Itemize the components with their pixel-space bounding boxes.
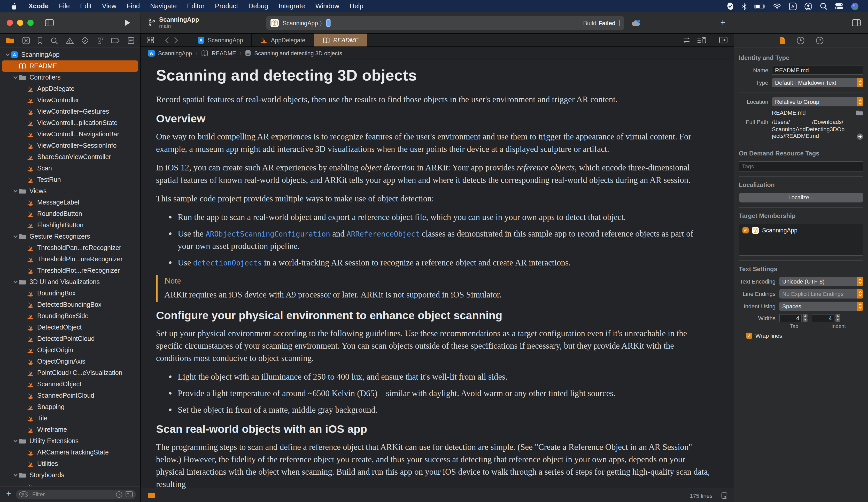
tree-row-boundingbox[interactable]: BoundingBox: [2, 288, 138, 299]
bluetooth-icon[interactable]: [742, 2, 747, 10]
filter-scope-icon[interactable]: [125, 491, 133, 497]
tree-row-messagelabel[interactable]: MessageLabel: [2, 197, 138, 208]
control-center-icon[interactable]: [835, 3, 843, 9]
recent-filter-icon[interactable]: [116, 491, 123, 498]
indent-width-stepper[interactable]: ▲▼: [812, 314, 840, 322]
wifi-icon[interactable]: [773, 3, 781, 9]
tree-row-detectedboundingbox[interactable]: DetectedBoundingBox: [2, 299, 138, 311]
tree-row-snapping[interactable]: Snapping: [2, 401, 138, 412]
tree-row[interactable]: [2, 481, 138, 486]
tree-row-wireframe[interactable]: Wireframe: [2, 424, 138, 435]
chev-down-icon[interactable]: [5, 52, 10, 57]
editor-options-icon[interactable]: [697, 37, 706, 43]
help-inspector-icon[interactable]: ?: [816, 36, 823, 44]
tree-row-boundingboxside[interactable]: BoundingBoxSide: [2, 311, 138, 322]
menu-help[interactable]: Help: [344, 2, 369, 10]
nav-tab-issue-navigator[interactable]: [65, 37, 74, 44]
user-account-icon[interactable]: [805, 2, 812, 10]
indent-width-field[interactable]: [812, 314, 834, 322]
source-control-summary[interactable]: ScanningApp main: [148, 16, 199, 29]
cloud-status-icon[interactable]: [631, 19, 641, 26]
tree-row-thresholdpin-urerecognizer[interactable]: ThresholdPin...ureRecognizer: [2, 253, 138, 265]
tree-row-scanningapp[interactable]: AScanningApp: [2, 49, 138, 61]
tree-row-viewcontroll-navigationbar[interactable]: ViewControll...NavigationBar: [2, 129, 138, 140]
tree-row-pointcloud-c-evisualization[interactable]: PointCloud+C...eVisualization: [2, 367, 138, 379]
target-checkbox[interactable]: ✓: [743, 227, 749, 233]
menu-debug[interactable]: Debug: [243, 2, 273, 10]
code-link[interactable]: ARObjectScanningConfiguration: [206, 230, 330, 238]
nav-tab-project-navigator[interactable]: [6, 37, 14, 44]
menu-xcode[interactable]: Xcode: [23, 2, 54, 10]
target-membership-row[interactable]: ✓ ScanningApp: [743, 227, 860, 234]
menu-window[interactable]: Window: [310, 2, 344, 10]
breadcrumb-item[interactable]: ScanningApp: [158, 50, 192, 56]
chev-down-icon[interactable]: [13, 75, 18, 80]
toggle-inspector-icon[interactable]: [852, 19, 861, 26]
nav-tab-source-control-navigator[interactable]: [22, 36, 30, 44]
tree-row-controllers[interactable]: Controllers: [2, 72, 138, 83]
chev-down-icon[interactable]: [13, 439, 18, 443]
text-encoding-dropdown[interactable]: Unicode (UTF-8): [779, 276, 863, 286]
tree-row-testrun[interactable]: TestRun: [2, 174, 138, 185]
add-file-button[interactable]: +: [6, 489, 11, 499]
tree-row-scannedpointcloud[interactable]: ScannedPointCloud: [2, 390, 138, 401]
tree-row-arcameratrackingstate[interactable]: ARCameraTrackingState: [2, 447, 138, 458]
tree-row-viewcontroller-gestures[interactable]: ViewController+Gestures: [2, 106, 138, 117]
tree-row-viewcontroller[interactable]: ViewController: [2, 94, 138, 106]
code-link[interactable]: ARReferenceObject: [347, 230, 420, 238]
tree-row-readme[interactable]: README: [2, 61, 138, 72]
file-inspector-icon[interactable]: [779, 36, 785, 44]
tree-row-thresholdpan-rerecognizer[interactable]: ThresholdPan...reRecognizer: [2, 242, 138, 253]
nav-tab-bookmark-navigator[interactable]: [38, 36, 43, 44]
menu-edit[interactable]: Edit: [75, 2, 97, 10]
tree-row-views[interactable]: Views: [2, 185, 138, 197]
menu-find[interactable]: Find: [122, 2, 145, 10]
forward-chevron-icon[interactable]: [174, 37, 178, 43]
mini-stepper-icon[interactable]: ▲▼: [803, 314, 807, 322]
location-dropdown[interactable]: Relative to Group: [772, 97, 863, 106]
chev-down-icon[interactable]: [13, 472, 18, 478]
menu-product[interactable]: Product: [210, 2, 243, 10]
tab-width-stepper[interactable]: ▲▼: [779, 314, 807, 322]
choose-location-folder-icon[interactable]: [856, 110, 863, 115]
minimize-window-button[interactable]: [17, 20, 23, 26]
tree-row-thresholdrot-rerecognizer[interactable]: ThresholdRot...reRecognizer: [2, 265, 138, 276]
nav-tab-test-navigator[interactable]: [81, 36, 89, 44]
nav-tab-debug-navigator[interactable]: [96, 36, 104, 44]
check-pill-icon[interactable]: [726, 2, 734, 10]
tree-row-objectoriginaxis[interactable]: ObjectOriginAxis: [2, 356, 138, 367]
line-endings-dropdown[interactable]: No Explicit Line Endings: [779, 289, 863, 298]
tree-row-appdelegate[interactable]: AppDelegate: [2, 83, 138, 94]
chev-down-icon[interactable]: [13, 280, 18, 284]
tree-row-roundedbutton[interactable]: RoundedButton: [2, 208, 138, 220]
tree-row-utilities[interactable]: Utilities: [2, 458, 138, 470]
tab-width-field[interactable]: [779, 314, 802, 322]
code-link[interactable]: detectionObjects: [193, 259, 262, 267]
tree-row-gesture-recognizers[interactable]: Gesture Recognizers: [2, 231, 138, 242]
tree-row-viewcontroller-sessioninfo[interactable]: ViewController+SessionInfo: [2, 140, 138, 151]
tree-row-3d-ui-and-visualizations[interactable]: 3D UI and Visualizations: [2, 276, 138, 288]
type-dropdown[interactable]: Default - Markdown Text: [772, 78, 863, 87]
tree-row-detectedobject[interactable]: DetectedObject: [2, 322, 138, 333]
open-path-arrow-icon[interactable]: [857, 133, 863, 140]
menu-integrate[interactable]: Integrate: [273, 2, 310, 10]
related-items-icon[interactable]: [147, 36, 154, 43]
tree-row-sharescanviewcontroller[interactable]: ShareScanViewController: [2, 151, 138, 163]
menu-navigate[interactable]: Navigate: [145, 2, 182, 10]
nav-tab-find-navigator[interactable]: [51, 37, 58, 44]
breadcrumb-item[interactable]: README: [212, 50, 236, 56]
spotlight-icon[interactable]: [820, 3, 827, 10]
wrap-lines-row[interactable]: ✓ Wrap lines: [746, 332, 863, 338]
history-inspector-icon[interactable]: [796, 36, 804, 44]
tree-row-tile[interactable]: Tile: [2, 412, 138, 424]
menu-view[interactable]: View: [97, 2, 122, 10]
close-window-button[interactable]: [7, 20, 13, 26]
nav-tab-breakpoint-navigator[interactable]: [111, 38, 120, 43]
mini-stepper-icon[interactable]: ▲▼: [836, 314, 840, 322]
zoom-window-button[interactable]: [28, 20, 34, 26]
swap-editor-icon[interactable]: [683, 37, 691, 43]
toggle-navigator-icon[interactable]: [45, 19, 54, 26]
editor-tab-scanningapp[interactable]: AScanningApp: [189, 34, 252, 46]
battery-icon[interactable]: [754, 3, 765, 9]
back-chevron-icon[interactable]: [165, 37, 169, 43]
